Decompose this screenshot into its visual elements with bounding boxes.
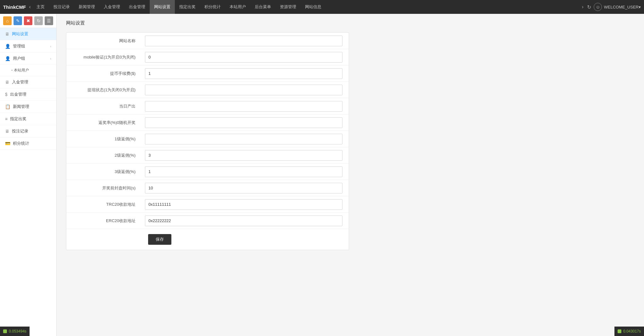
betting-icon: 🖥 xyxy=(5,129,9,134)
sidebar-item-prize[interactable]: ≡ 指定出奖 xyxy=(0,113,56,125)
form-control xyxy=(145,216,342,226)
right-status-badge: 0.043017s xyxy=(614,327,644,336)
toolbar-edit-btn[interactable]: ✎ xyxy=(14,16,22,25)
sidebar-item-label: 出金管理 xyxy=(10,92,26,97)
form-row: 当日产出 xyxy=(66,98,349,115)
form-input-7[interactable] xyxy=(145,150,342,161)
form-input-8[interactable] xyxy=(145,166,342,177)
nav-item-出金管理[interactable]: 出金管理 xyxy=(125,0,150,14)
dollar-icon: $ xyxy=(5,92,8,97)
form-row: 提币手续费($) xyxy=(66,65,349,82)
form-control xyxy=(145,166,342,177)
settings-form: 网站名称mobile验证(1为开启0为关闭)提币手续费($)提现状态(1为关闭0… xyxy=(66,32,349,250)
sidebar-item-local-users[interactable]: 本站用户 xyxy=(0,65,56,76)
nav-prev-arrow[interactable]: ‹ xyxy=(28,4,32,10)
sidebar-item-website-settings[interactable]: 🖥 网站设置 xyxy=(0,28,56,40)
form-label: TRC20收款地址 xyxy=(66,198,142,211)
form-label: 2级返佣(%) xyxy=(66,149,142,162)
form-control xyxy=(145,150,342,161)
form-input-4[interactable] xyxy=(145,101,342,112)
sidebar-item-label: 投注记录 xyxy=(12,128,28,134)
status-dot-right xyxy=(618,329,621,333)
sidebar-item-deposit[interactable]: 🖥 入金管理 xyxy=(0,76,56,88)
form-input-1[interactable] xyxy=(145,52,342,63)
nav-item-网站信息[interactable]: 网站信息 xyxy=(301,0,326,14)
refresh-icon[interactable]: ↻ xyxy=(587,4,591,10)
chevron-right-icon: › xyxy=(50,57,51,60)
form-control xyxy=(145,36,342,46)
toolbar-refresh-btn[interactable]: ↻ xyxy=(34,16,43,25)
page-title: 网站设置 xyxy=(66,20,635,26)
form-control xyxy=(145,117,342,128)
form-input-3[interactable] xyxy=(145,85,342,95)
form-label: 当日产出 xyxy=(66,100,142,113)
admin-icon: 👤 xyxy=(5,44,10,49)
form-input-6[interactable] xyxy=(145,134,342,144)
form-input-9[interactable] xyxy=(145,183,342,193)
sidebar-item-betting[interactable]: 🖥 投注记录 xyxy=(0,125,56,137)
form-row: 开奖前封盘时间(s) xyxy=(66,180,349,196)
monitor-icon: 🖥 xyxy=(5,31,9,36)
toolbar-home-btn[interactable]: ⌂ xyxy=(3,16,12,25)
status-dot-left xyxy=(3,329,7,333)
nav-item-新闻管理[interactable]: 新闻管理 xyxy=(74,0,99,14)
toolbar-close-btn[interactable]: ✖ xyxy=(24,16,32,25)
nav-item-积分统计[interactable]: 积分统计 xyxy=(200,0,225,14)
sidebar: ⌂ ✎ ✖ ↻ ☰ 🖥 网站设置 👤 管理组 › 👤 用户组 › 本站用户 🖥 … xyxy=(0,14,57,336)
user-avatar-icon: ☺ xyxy=(594,3,602,11)
bottom-status-bar: 0.053494s 0.043017s xyxy=(0,327,644,336)
main-layout: ⌂ ✎ ✖ ↻ ☰ 🖥 网站设置 👤 管理组 › 👤 用户组 › 本站用户 🖥 … xyxy=(0,14,644,336)
sidebar-item-label: 入金管理 xyxy=(12,79,28,85)
form-input-11[interactable] xyxy=(145,216,342,226)
nav-item-投注记录[interactable]: 投注记录 xyxy=(49,0,74,14)
right-status-text: 0.043017s xyxy=(623,329,641,333)
nav-item-入金管理[interactable]: 入金管理 xyxy=(99,0,125,14)
sidebar-item-news[interactable]: 📋 新闻管理 xyxy=(0,101,56,113)
form-input-5[interactable] xyxy=(145,117,342,128)
form-label: 网站名称 xyxy=(66,34,142,48)
nav-item-网站设置[interactable]: 网站设置 xyxy=(150,0,175,14)
form-control xyxy=(145,134,342,144)
form-row: 网站名称 xyxy=(66,33,349,49)
sidebar-item-label: 网站设置 xyxy=(12,31,28,37)
sidebar-item-points[interactable]: 💳 积分统计 xyxy=(0,137,56,150)
form-row: 返奖率(%)0随机开奖 xyxy=(66,115,349,131)
nav-item-指定出奖[interactable]: 指定出奖 xyxy=(175,0,200,14)
form-input-0[interactable] xyxy=(145,36,342,46)
form-input-2[interactable] xyxy=(145,68,342,79)
prize-icon: ≡ xyxy=(5,116,8,121)
brand-logo: ThinkCMF xyxy=(3,4,26,10)
nav-next-arrow[interactable]: › xyxy=(580,4,585,10)
form-control xyxy=(145,52,342,63)
form-control xyxy=(145,183,342,193)
save-button[interactable]: 保存 xyxy=(148,234,171,245)
form-label: 1级返佣(%) xyxy=(66,132,142,146)
form-label: ERC20收款地址 xyxy=(66,214,142,227)
deposit-icon: 🖥 xyxy=(5,80,9,85)
sidebar-item-label: 积分统计 xyxy=(13,141,29,146)
sidebar-toolbar: ⌂ ✎ ✖ ↻ ☰ xyxy=(0,14,56,28)
sidebar-item-label: 管理组 xyxy=(13,43,25,49)
sidebar-item-user-group[interactable]: 👤 用户组 › xyxy=(0,53,56,65)
nav-item-后台菜单[interactable]: 后台菜单 xyxy=(250,0,275,14)
form-input-10[interactable] xyxy=(145,199,342,210)
user-menu[interactable]: ☺ WELCOME_USER▾ xyxy=(594,3,641,11)
points-icon: 💳 xyxy=(5,141,10,146)
sidebar-item-withdrawal[interactable]: $ 出金管理 xyxy=(0,88,56,101)
sidebar-sub-item-label: 本站用户 xyxy=(14,68,29,73)
form-label: 提现状态(1为关闭0为开启) xyxy=(66,83,142,97)
sidebar-item-label: 用户组 xyxy=(13,56,25,61)
user-label: WELCOME_USER▾ xyxy=(604,5,641,9)
form-label: 返奖率(%)0随机开奖 xyxy=(66,116,142,129)
nav-item-主页[interactable]: 主页 xyxy=(32,0,49,14)
nav-right-area: › ↻ ☺ WELCOME_USER▾ xyxy=(580,3,641,11)
chevron-right-icon: › xyxy=(50,44,51,48)
sidebar-item-label: 指定出奖 xyxy=(10,116,26,122)
left-status-badge: 0.053494s xyxy=(0,327,30,336)
user-group-icon: 👤 xyxy=(5,56,10,61)
nav-item-资源管理[interactable]: 资源管理 xyxy=(275,0,301,14)
sidebar-item-admin-group[interactable]: 👤 管理组 › xyxy=(0,40,56,53)
nav-item-本站用户[interactable]: 本站用户 xyxy=(225,0,250,14)
form-label: 提币手续费($) xyxy=(66,67,142,80)
toolbar-menu-btn[interactable]: ☰ xyxy=(45,16,53,25)
